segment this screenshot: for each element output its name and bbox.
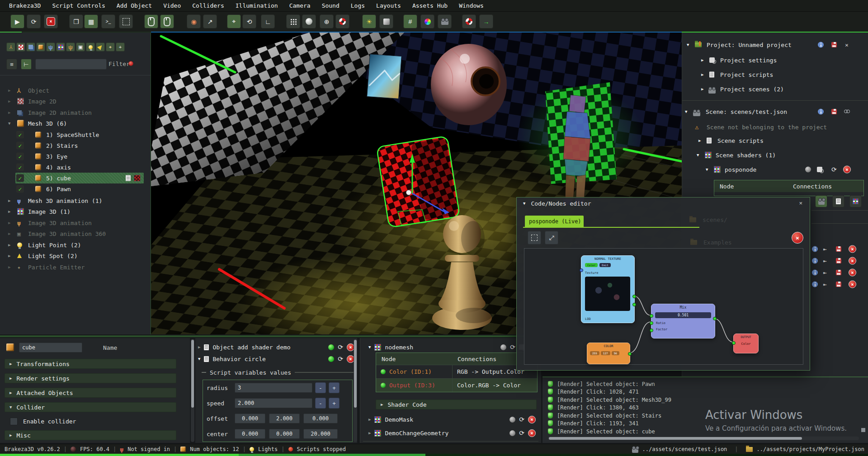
editor-titlebar[interactable]: ▼ Code/Nodes editor <box>517 197 810 209</box>
project-header[interactable]: ▼ Project: Unnamed project × <box>682 39 868 51</box>
dots-grid-button[interactable] <box>286 14 300 28</box>
lifebuoy-2-button[interactable] <box>462 14 476 28</box>
tree-item-spaceshuttle[interactable]: ✓1) SpaceShuttle <box>0 129 151 140</box>
section-attached-objects[interactable]: ▶Attached Objects <box>5 388 176 398</box>
node-normal-texture[interactable]: NORMAL TEXTURE Color Emit Texture LOD <box>581 255 635 323</box>
orbit-button[interactable]: ⟲ <box>242 14 256 28</box>
camera-snapshot-button[interactable] <box>438 14 452 28</box>
script-row[interactable]: ▶Object add shader demo ⟳× <box>198 342 354 353</box>
add-image-2d-button[interactable] <box>16 42 25 52</box>
expand-arrow-icon[interactable]: ▼ <box>368 345 371 349</box>
refresh-icon[interactable]: ⟳ <box>519 416 524 423</box>
section-misc[interactable]: ▶Misc <box>5 430 176 440</box>
tree-view-button[interactable]: ⊢ <box>21 59 32 70</box>
tree-item-eye[interactable]: ✓3) Eye <box>0 151 151 162</box>
link-icon[interactable] <box>844 110 850 114</box>
refresh-icon[interactable]: ⟳ <box>510 343 515 351</box>
color-r-value[interactable]: 255 <box>590 351 599 355</box>
increment-button[interactable]: + <box>329 398 340 409</box>
output-port[interactable] <box>628 352 632 356</box>
lifebuoy-button[interactable] <box>335 14 349 28</box>
offset-y-input[interactable] <box>269 414 300 423</box>
add-image-2d-animation-button[interactable] <box>26 42 35 52</box>
offset-z-input[interactable] <box>303 414 338 423</box>
color-picker-button[interactable] <box>420 14 434 28</box>
exit-button[interactable]: → <box>479 14 493 28</box>
section-transformations[interactable]: ▶Transformations <box>5 359 176 369</box>
tree-item-mesh-3d[interactable]: ▼Mesh 3D (6) <box>0 118 151 129</box>
object-name-input[interactable] <box>19 343 82 353</box>
delete-button[interactable]: × <box>528 416 536 423</box>
grid-button[interactable]: # <box>403 14 417 28</box>
decrement-button[interactable]: - <box>315 398 326 409</box>
shader-row-demomask[interactable]: ▶DemoMask ⟳× <box>368 414 536 425</box>
add-light-spot-button[interactable] <box>96 42 105 52</box>
save-icon[interactable] <box>836 246 841 252</box>
status-dot[interactable] <box>328 356 334 362</box>
section-render-settings[interactable]: ▶Render settings <box>5 373 176 383</box>
project-path-label[interactable]: ../assets/projects/MyProject.json <box>757 446 864 452</box>
menu-layouts[interactable]: Layouts <box>376 2 401 9</box>
node-color[interactable]: COLOR 255 127 56 <box>587 343 630 364</box>
project-settings-item[interactable]: ▶Project settings <box>682 54 868 66</box>
expand-arrow-icon[interactable]: ▼ <box>198 357 200 361</box>
info-icon[interactable] <box>818 109 824 115</box>
tab-scripts-button[interactable] <box>832 195 844 207</box>
status-dot[interactable] <box>509 417 515 423</box>
output-port[interactable] <box>632 295 636 298</box>
signin-status[interactable]: Not signed in <box>127 446 170 452</box>
status-dot[interactable] <box>328 344 334 350</box>
tree-item-image-2d-animation[interactable]: ▶Image 2D animation <box>0 107 151 118</box>
info-icon[interactable] <box>812 270 818 276</box>
add-transform-button[interactable]: + <box>116 42 125 52</box>
scene-scripts-item[interactable]: ▶Scene scripts <box>682 135 868 146</box>
visibility-checkbox[interactable]: ✓ <box>16 185 24 193</box>
save-as-icon[interactable] <box>817 167 822 172</box>
node-mix[interactable]: Mix 0.501 Ratio Factor <box>651 304 715 338</box>
increment-button[interactable]: + <box>329 382 340 393</box>
import-icon[interactable]: ⇤ <box>823 269 827 276</box>
add-image-3d-button[interactable] <box>56 42 65 52</box>
expand-arrow-icon[interactable]: ▼ <box>8 121 10 126</box>
refresh-icon[interactable]: ⟳ <box>831 166 837 173</box>
selection-button[interactable] <box>119 14 133 28</box>
input-port[interactable] <box>650 321 653 325</box>
sun-button[interactable]: ☀ <box>362 14 376 28</box>
script-attached-icon[interactable] <box>126 175 131 181</box>
info-icon[interactable] <box>812 282 818 287</box>
visibility-checkbox[interactable]: ✓ <box>16 153 24 160</box>
expand-arrow-icon[interactable]: ▶ <box>698 138 701 143</box>
save-icon[interactable] <box>831 42 837 47</box>
expand-arrow-icon[interactable]: ▼ <box>687 42 689 47</box>
visibility-checkbox[interactable]: ✓ <box>16 131 24 139</box>
tree-item-image-3d-360[interactable]: ▶▣Image 3D animation 360 <box>0 228 151 239</box>
menu-sound[interactable]: Sound <box>322 2 340 9</box>
axes-button[interactable]: ∟ <box>261 14 275 28</box>
input-chip-emit[interactable]: Emit <box>599 263 610 267</box>
tree-item-image-2d[interactable]: ▶Image 2D <box>0 96 151 107</box>
radius-input[interactable] <box>235 383 312 393</box>
info-icon[interactable] <box>812 246 818 252</box>
filter-input[interactable] <box>35 59 107 70</box>
add-mesh-3d-animation-button[interactable]: ψ <box>46 42 55 52</box>
close-icon[interactable]: × <box>796 199 805 207</box>
expand-arrow-icon[interactable]: ▶ <box>8 198 10 203</box>
filter-clear-button[interactable] <box>128 61 133 66</box>
delete-button[interactable]: × <box>843 166 851 174</box>
visibility-checkbox[interactable]: ✓ <box>16 164 24 171</box>
import-icon[interactable]: ⇤ <box>823 258 827 264</box>
offset-x-input[interactable] <box>235 414 265 423</box>
tree-item-axis[interactable]: ✓4) axis <box>0 162 151 173</box>
node-select-button[interactable] <box>528 231 541 244</box>
play-button[interactable]: ▶ <box>10 14 24 28</box>
sphere-button[interactable] <box>302 14 316 28</box>
menu-logs[interactable]: Logs <box>351 2 365 9</box>
project-scripts-item[interactable]: ▶Project scripts <box>682 69 868 80</box>
refresh-icon[interactable]: ⟳ <box>519 429 524 437</box>
tree-item-image-3d-animation[interactable]: ▶ψImage 3D animation <box>0 217 151 228</box>
add-particle-emitter-button[interactable]: ✦ <box>106 42 115 52</box>
node-output[interactable]: OUTPUT Color <box>733 334 759 353</box>
save-icon[interactable] <box>836 270 841 275</box>
import-icon[interactable]: ⇤ <box>823 281 827 288</box>
refresh-icon[interactable]: ⟳ <box>338 355 343 362</box>
